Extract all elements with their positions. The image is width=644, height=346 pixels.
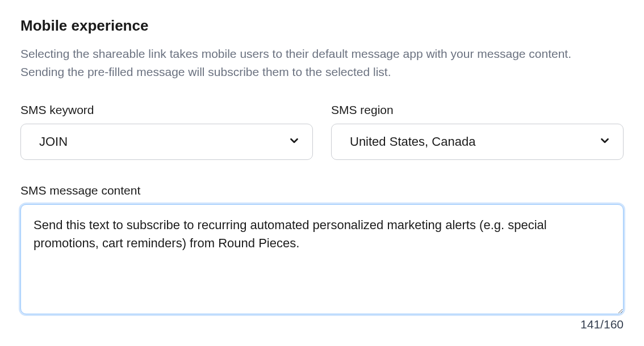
sms-message-label: SMS message content <box>20 184 624 197</box>
sms-keyword-label: SMS keyword <box>20 103 313 117</box>
sms-keyword-field: SMS keyword JOIN <box>20 103 313 160</box>
sms-keyword-select-wrapper: JOIN <box>20 124 313 160</box>
sms-message-field: SMS message content 141/160 <box>20 184 624 331</box>
section-description: Selecting the shareable link takes mobil… <box>20 45 611 81</box>
sms-message-textarea[interactable] <box>20 204 624 314</box>
sms-region-select[interactable]: United States, Canada <box>331 124 624 160</box>
sms-region-label: SMS region <box>331 103 624 117</box>
sms-keyword-select[interactable]: JOIN <box>20 124 313 160</box>
section-title: Mobile experience <box>20 17 624 35</box>
sms-region-value: United States, Canada <box>350 134 475 149</box>
sms-keyword-value: JOIN <box>39 134 68 149</box>
sms-message-char-counter: 141/160 <box>20 318 624 331</box>
sms-region-field: SMS region United States, Canada <box>331 103 624 160</box>
form-row-selects: SMS keyword JOIN SMS region United State… <box>20 103 624 160</box>
sms-region-select-wrapper: United States, Canada <box>331 124 624 160</box>
